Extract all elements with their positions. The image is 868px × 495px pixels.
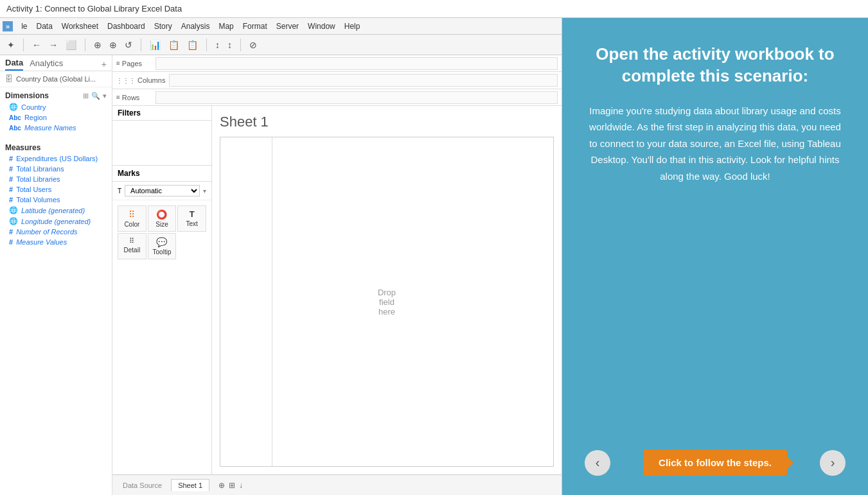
dimension-country[interactable]: 🌐 Country bbox=[0, 101, 112, 112]
bottom-actions: ‹ Click to follow the steps. › bbox=[585, 449, 846, 476]
add-tab-icon[interactable]: + bbox=[102, 59, 107, 69]
marks-size-button[interactable]: ⭕ Size bbox=[148, 205, 177, 232]
menu-analysis[interactable]: Analysis bbox=[177, 21, 215, 32]
rows-shelf: ≡ Rows bbox=[112, 89, 562, 106]
filters-label: Filters bbox=[112, 106, 211, 121]
duplicate-icon[interactable]: 📋 bbox=[166, 39, 181, 51]
menu-dashboard[interactable]: Dashboard bbox=[103, 21, 150, 32]
new-sheet-icon[interactable]: ⊕ bbox=[218, 481, 225, 490]
columns-drop-area[interactable] bbox=[169, 74, 558, 87]
pages-drop-area[interactable] bbox=[155, 57, 558, 70]
duplicate-sheet-icon[interactable]: ⊞ bbox=[229, 481, 235, 490]
sort-asc-icon[interactable]: ↕ bbox=[213, 39, 222, 51]
marks-text-button[interactable]: T Text bbox=[177, 205, 206, 232]
content-area: Data Analytics + 🗄 Country Data (Global … bbox=[0, 55, 562, 495]
measure-total-users-label: Total Users bbox=[16, 186, 51, 193]
marks-detail-button[interactable]: ⠿ Detail bbox=[118, 233, 146, 259]
forward-button[interactable]: → bbox=[47, 39, 60, 51]
menu-server[interactable]: Server bbox=[272, 21, 303, 32]
hash-icon-1: # bbox=[9, 155, 13, 162]
measure-total-users[interactable]: # Total Users bbox=[0, 184, 112, 195]
marks-tooltip-button[interactable]: 💬 Tooltip bbox=[148, 233, 177, 259]
dimensions-icons: ⊞ 🔍 ▾ bbox=[83, 92, 107, 100]
toolbar-separator-3 bbox=[141, 39, 141, 51]
measure-number-of-records[interactable]: # Number of Records bbox=[0, 227, 112, 237]
menu-map[interactable]: Map bbox=[214, 21, 238, 32]
hash-icon-7: # bbox=[9, 238, 13, 246]
expand-button[interactable]: » bbox=[3, 21, 13, 31]
measure-total-libraries[interactable]: # Total Libraries bbox=[0, 174, 112, 184]
menu-help[interactable]: Help bbox=[340, 21, 365, 32]
measure-total-volumes[interactable]: # Total Volumes bbox=[0, 195, 112, 205]
measure-measure-values[interactable]: # Measure Values bbox=[0, 237, 112, 247]
cta-button[interactable]: Click to follow the steps. bbox=[643, 449, 787, 476]
lock-button[interactable]: ⊕ bbox=[107, 39, 119, 51]
menu-format[interactable]: Format bbox=[238, 21, 272, 32]
save-button[interactable]: ⬜ bbox=[64, 39, 78, 51]
sheet1-tab[interactable]: Sheet 1 bbox=[171, 479, 209, 491]
menu-window[interactable]: Window bbox=[303, 21, 340, 32]
back-button[interactable]: ← bbox=[30, 39, 43, 51]
measure-number-of-records-label: Number of Records bbox=[16, 228, 77, 236]
sort-desc-icon[interactable]: ↕ bbox=[226, 39, 234, 51]
measures-header: Measures bbox=[0, 139, 112, 153]
menu-data[interactable]: Data bbox=[31, 21, 57, 32]
marks-dropdown-icon[interactable]: ▾ bbox=[203, 187, 206, 195]
tab-analytics[interactable]: Analytics bbox=[30, 58, 63, 70]
hash-icon-5: # bbox=[9, 196, 13, 204]
drop-hint-line2: field bbox=[379, 297, 394, 307]
worksheet-area: ≡ Pages ⋮⋮⋮ Columns bbox=[112, 55, 562, 495]
hash-icon-6: # bbox=[9, 228, 13, 236]
toolbar: ✦ ← → ⬜ ⊕ ⊕ ↺ 📊 📋 📋 ↕ ↕ ⊘ bbox=[0, 35, 562, 55]
tab-data[interactable]: Data bbox=[5, 58, 23, 71]
measure-total-librarians[interactable]: # Total Librarians bbox=[0, 164, 112, 174]
dimensions-search-icon[interactable]: 🔍 bbox=[91, 92, 100, 100]
marks-type-select[interactable]: Automatic Bar Line Area Circle Text bbox=[125, 185, 200, 196]
measure-latitude[interactable]: 🌐 Latitude (generated) bbox=[0, 205, 112, 216]
measure-total-librarians-label: Total Librarians bbox=[16, 165, 64, 173]
menu-worksheet[interactable]: Worksheet bbox=[57, 21, 103, 32]
datasource-tab[interactable]: Data Source bbox=[118, 480, 167, 491]
bottom-icons: ⊕ ⊞ ↓ bbox=[218, 481, 243, 490]
dimension-region[interactable]: Abc Region bbox=[0, 112, 112, 123]
right-heading: Open the activity workbook to complete t… bbox=[585, 44, 846, 87]
measure-longitude[interactable]: 🌐 Longitude (generated) bbox=[0, 216, 112, 227]
view-area: Filters Marks T Automatic Bar Line Area … bbox=[112, 106, 562, 474]
measure-total-libraries-label: Total Libraries bbox=[16, 175, 60, 183]
toolbar-separator-5 bbox=[240, 39, 241, 51]
sort-sheet-icon[interactable]: ↓ bbox=[239, 481, 243, 490]
dimension-measure-names[interactable]: Abc Measure Names bbox=[0, 123, 112, 133]
dimension-measure-names-label: Measure Names bbox=[24, 124, 76, 132]
measure-expenditures[interactable]: # Expenditures (US Dollars) bbox=[0, 153, 112, 164]
rows-drop-area[interactable] bbox=[155, 91, 558, 104]
filters-area[interactable] bbox=[112, 121, 211, 166]
toolbar-separator-1 bbox=[23, 39, 24, 51]
copy-icon[interactable]: 📋 bbox=[185, 39, 200, 51]
dimensions-grid-icon[interactable]: ⊞ bbox=[83, 92, 89, 100]
prev-button[interactable]: ‹ bbox=[585, 450, 610, 476]
globe-icon-lon: 🌐 bbox=[9, 217, 18, 225]
refresh-button[interactable]: ↺ bbox=[123, 39, 134, 51]
marks-type-icon: T bbox=[118, 187, 121, 195]
abc-icon-measure-names: Abc bbox=[9, 125, 21, 132]
menu-story[interactable]: Story bbox=[150, 21, 177, 32]
menu-file[interactable]: le bbox=[17, 21, 31, 32]
rows-label: ≡ Rows bbox=[116, 94, 152, 101]
marks-buttons: ⠿ Color ⭕ Size T Text bbox=[112, 200, 211, 265]
canvas-grid[interactable]: Drop field here bbox=[220, 137, 554, 467]
present-button[interactable]: ⊘ bbox=[247, 39, 259, 51]
toolbar-separator-4 bbox=[206, 39, 207, 51]
globe-icon-lat: 🌐 bbox=[9, 206, 18, 214]
text-icon: T bbox=[190, 209, 195, 219]
marks-text-label: Text bbox=[186, 220, 197, 227]
data-source-label: Country Data (Global Li... bbox=[16, 75, 96, 83]
next-button[interactable]: › bbox=[820, 450, 846, 476]
marks-color-button[interactable]: ⠿ Color bbox=[118, 205, 146, 232]
marks-type-row: T Automatic Bar Line Area Circle Text ▾ bbox=[112, 182, 211, 200]
bottom-bar: Data Source Sheet 1 ⊕ ⊞ ↓ bbox=[112, 474, 562, 495]
color-icon: ⠿ bbox=[128, 209, 135, 220]
dimensions-menu-icon[interactable]: ▾ bbox=[103, 92, 107, 100]
data-source-row[interactable]: 🗄 Country Data (Global Li... bbox=[0, 71, 112, 87]
add-datasource-button[interactable]: ⊕ bbox=[92, 39, 103, 51]
chart-type-icon[interactable]: 📊 bbox=[148, 39, 163, 51]
